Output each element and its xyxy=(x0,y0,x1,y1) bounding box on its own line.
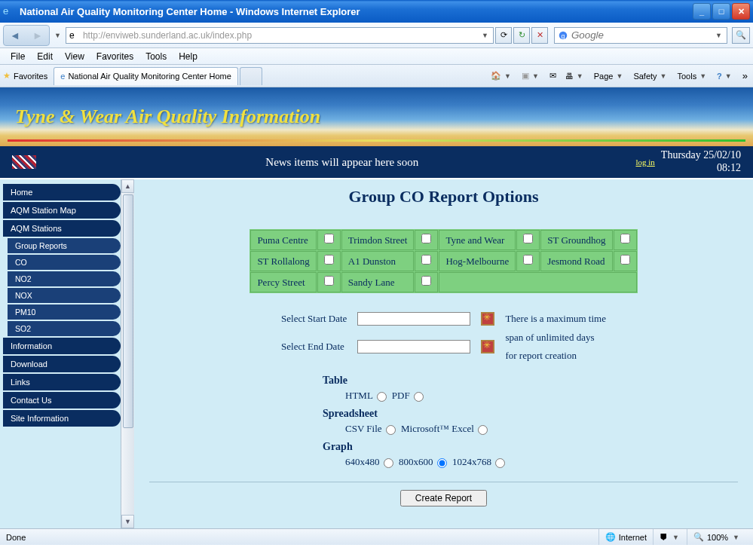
nav-group-reports[interactable]: Group Reports xyxy=(8,238,121,253)
tools-menu[interactable]: Tools▼ xyxy=(675,70,711,82)
nav-download[interactable]: Download xyxy=(3,356,121,372)
sidebar-nav: Home AQM Station Map AQM Stations Group … xyxy=(0,179,121,528)
station-label: ST Rollalong xyxy=(250,251,316,271)
address-bar[interactable]: e ▼ xyxy=(66,27,494,44)
address-input[interactable] xyxy=(83,30,480,41)
station-checkbox[interactable] xyxy=(421,255,431,265)
zoom-control[interactable]: 🔍100%▼ xyxy=(687,529,747,545)
create-report-button[interactable]: Create Report xyxy=(400,490,487,506)
graph-800-radio[interactable] xyxy=(437,458,447,468)
protected-mode[interactable]: ⛊▼ xyxy=(653,529,687,545)
forward-button[interactable]: ► xyxy=(26,26,49,45)
station-checkbox[interactable] xyxy=(324,255,334,265)
station-checkbox[interactable] xyxy=(523,234,533,243)
safety-menu[interactable]: Safety▼ xyxy=(631,70,670,82)
html-radio[interactable] xyxy=(377,392,387,402)
home-icon: 🏠 xyxy=(491,71,501,81)
maximize-button[interactable]: □ xyxy=(712,3,730,20)
search-box[interactable]: g ▼ xyxy=(554,27,727,44)
spreadsheet-format-header: Spreadsheet xyxy=(323,408,738,420)
expand-toolbar[interactable]: » xyxy=(740,69,750,83)
tab-title: National Air Quality Monitoring Center H… xyxy=(68,72,231,81)
home-button[interactable]: 🏠▼ xyxy=(488,69,515,82)
refresh-button[interactable]: ↻ xyxy=(513,27,530,44)
station-checkbox[interactable] xyxy=(620,255,630,265)
graph-1024-radio[interactable] xyxy=(495,458,505,468)
station-checkbox[interactable] xyxy=(324,234,334,243)
search-input[interactable] xyxy=(571,29,714,41)
address-dropdown[interactable]: ▼ xyxy=(480,32,490,39)
station-checkbox[interactable] xyxy=(324,276,334,286)
graph-format-header: Graph xyxy=(323,441,738,453)
nav-site-info[interactable]: Site Information xyxy=(3,410,121,427)
print-button[interactable]: 🖶▼ xyxy=(563,70,587,82)
start-date-label: Select Start Date xyxy=(277,310,351,328)
station-label: Tyne and Wear xyxy=(439,230,516,250)
nav-stations[interactable]: AQM Stations xyxy=(3,220,121,237)
menu-edit[interactable]: Edit xyxy=(31,50,59,63)
new-tab-button[interactable] xyxy=(240,67,262,85)
stop-button[interactable]: ✕ xyxy=(531,27,548,44)
main-panel: Group CO Report Options Puma Centre Trim… xyxy=(134,179,753,528)
calendar-icon[interactable] xyxy=(481,312,494,326)
security-zone[interactable]: 🌐Internet xyxy=(598,529,653,545)
menu-tools[interactable]: Tools xyxy=(139,50,173,63)
nav-contact[interactable]: Contact Us xyxy=(3,392,121,409)
content-area: Home AQM Station Map AQM Stations Group … xyxy=(0,178,753,528)
browser-tab[interactable]: e National Air Quality Monitoring Center… xyxy=(54,67,238,85)
search-dropdown[interactable]: ▼ xyxy=(714,32,724,39)
menu-favorites[interactable]: Favorites xyxy=(90,50,139,63)
date-note: span of unlimited days xyxy=(500,329,611,346)
favorites-button[interactable]: ★ Favorites xyxy=(3,71,47,81)
station-checkbox[interactable] xyxy=(523,255,533,265)
nav-station-map[interactable]: AQM Station Map xyxy=(3,202,121,219)
close-button[interactable]: ✕ xyxy=(732,3,750,20)
nav-co[interactable]: CO xyxy=(8,255,121,270)
menu-file[interactable]: File xyxy=(5,50,31,63)
station-checkbox[interactable] xyxy=(620,234,630,243)
flag-icon xyxy=(12,155,36,169)
mail-icon: ✉ xyxy=(549,71,556,81)
end-date-label: Select End Date xyxy=(277,329,351,364)
nav-history-dropdown[interactable]: ▼ xyxy=(53,32,63,39)
excel-option-label: Microsoft™ Excel xyxy=(401,423,474,434)
end-date-input[interactable] xyxy=(357,340,470,353)
vertical-scrollbar[interactable]: ▲ ▼ xyxy=(121,179,134,528)
csv-radio[interactable] xyxy=(386,425,396,435)
zoom-icon: 🔍 xyxy=(693,532,704,542)
site-banner: Tyne & Wear Air Quality Information xyxy=(0,87,753,146)
read-mail-button[interactable]: ✉ xyxy=(547,69,559,82)
scroll-up-button[interactable]: ▲ xyxy=(121,179,134,193)
menu-help[interactable]: Help xyxy=(173,50,204,63)
window-titlebar: e National Air Quality Monitoring Center… xyxy=(0,0,753,23)
excel-radio[interactable] xyxy=(478,425,488,435)
login-link[interactable]: log in xyxy=(635,158,654,167)
nav-pm10[interactable]: PM10 xyxy=(8,304,121,320)
minimize-button[interactable]: _ xyxy=(693,3,711,20)
nav-nox[interactable]: NOX xyxy=(8,288,121,303)
scroll-down-button[interactable]: ▼ xyxy=(121,515,134,528)
scroll-thumb[interactable] xyxy=(123,194,133,428)
station-checkbox[interactable] xyxy=(421,276,431,286)
nav-links[interactable]: Links xyxy=(3,374,121,390)
nav-no2[interactable]: NO2 xyxy=(8,271,121,286)
page-menu[interactable]: Page▼ xyxy=(592,70,627,82)
status-text: Done xyxy=(6,533,26,542)
help-button[interactable]: ?▼ xyxy=(715,70,736,82)
start-date-input[interactable] xyxy=(357,312,470,326)
pdf-radio[interactable] xyxy=(414,392,424,402)
compat-view-button[interactable]: ⟳ xyxy=(495,27,512,44)
globe-icon: 🌐 xyxy=(605,532,616,542)
nav-information[interactable]: Information xyxy=(3,338,121,354)
menu-view[interactable]: View xyxy=(59,50,90,63)
back-button[interactable]: ◄ xyxy=(4,26,26,45)
menu-bar: File Edit View Favorites Tools Help xyxy=(0,48,753,65)
search-go-button[interactable]: 🔍 xyxy=(732,27,750,44)
nav-so2[interactable]: SO2 xyxy=(8,321,121,336)
graph-640-radio[interactable] xyxy=(384,458,393,468)
station-checkbox[interactable] xyxy=(421,234,431,243)
station-label: Hog-Melbourne xyxy=(439,251,516,271)
calendar-icon[interactable] xyxy=(481,340,494,353)
nav-home[interactable]: Home xyxy=(3,184,121,200)
feeds-button[interactable]: ▣▼ xyxy=(519,69,543,82)
